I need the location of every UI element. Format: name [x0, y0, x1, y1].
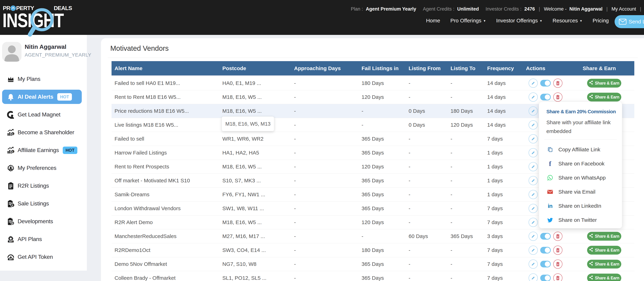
- facebook-icon: f: [546, 160, 554, 168]
- nav-item-pro-offerings[interactable]: Pro Offerings▼: [450, 18, 486, 24]
- edit-button[interactable]: [528, 204, 538, 213]
- chevron-down-icon: ▼: [483, 20, 486, 22]
- active-toggle[interactable]: [540, 261, 551, 268]
- popover-item-share-on-facebook[interactable]: fShare on Facebook: [539, 156, 622, 171]
- sidebar-item-get-lead-magnet[interactable]: Get Lead Magnet: [0, 106, 87, 124]
- envelope-icon: [619, 19, 626, 25]
- sidebar-item-label: Get API Token: [18, 254, 53, 260]
- chart-icon: £: [7, 128, 15, 136]
- nav-item-investor-offerings[interactable]: Investor Offerings▼: [496, 18, 542, 24]
- popover-item-share-on-whatsapp[interactable]: Share on WhatsApp: [539, 171, 622, 185]
- edit-button[interactable]: [528, 246, 538, 255]
- nav-item-pricing[interactable]: Pricing: [592, 18, 609, 24]
- listing-to-cell: 180 Days: [448, 108, 484, 114]
- edit-button[interactable]: [528, 232, 538, 241]
- popover-item-label: Share on Facebook: [558, 161, 604, 167]
- main-nav: HomePro Offerings▼Investor Offerings▼Res…: [426, 18, 609, 24]
- sidebar-item-sale-listings[interactable]: £Sale Listings: [0, 195, 87, 212]
- edit-button[interactable]: [528, 106, 538, 116]
- share-earn-button[interactable]: Share & Earn: [587, 274, 621, 281]
- delete-button[interactable]: [553, 232, 562, 241]
- edit-button[interactable]: [528, 274, 538, 281]
- delete-button[interactable]: [553, 274, 562, 281]
- magnet-icon: [7, 111, 15, 119]
- delete-button[interactable]: [553, 260, 562, 269]
- active-toggle[interactable]: [540, 233, 551, 240]
- approaching-days-cell: -: [291, 80, 358, 86]
- frequency-cell: 1 days: [484, 164, 523, 170]
- sidebar-item-my-preferences[interactable]: My Preferences: [0, 159, 87, 177]
- actions-cell: [523, 260, 580, 269]
- sidebar-item-my-plans[interactable]: My Plans: [0, 70, 87, 88]
- sidebar-item-r2r-listings[interactable]: R2R Listings: [0, 177, 87, 195]
- edit-button[interactable]: [528, 134, 538, 144]
- postcode-cell: S10, S7, MK3 ...: [219, 178, 291, 184]
- edit-button[interactable]: [528, 176, 538, 185]
- sidebar-item-get-api-token[interactable]: APIGet API Token: [0, 248, 87, 266]
- listing-to-cell: -: [448, 136, 484, 142]
- actions-cell: [523, 274, 580, 281]
- listing-to-cell: -: [448, 164, 484, 170]
- listing-from-cell: -: [406, 150, 448, 156]
- nav-item-resources[interactable]: Resources▼: [552, 18, 582, 24]
- alert-name-cell: London Withdrawal Vendors: [112, 206, 219, 212]
- chevron-down-icon: ▼: [580, 20, 582, 22]
- share-earn-cell: Share & Earn: [580, 260, 634, 268]
- active-toggle[interactable]: [540, 80, 551, 86]
- popover-item-copy-affiliate-link[interactable]: Copy Affiliate Link: [539, 142, 622, 156]
- nav-item-home[interactable]: Home: [426, 18, 440, 24]
- sidebar-item-affiliate-earnings[interactable]: £Affiliate EarningsHOT: [0, 141, 87, 159]
- popover-item-share-on-linkedin[interactable]: inShare on LinkedIn: [539, 199, 622, 213]
- fail-listings-cell: 180 Days: [358, 247, 406, 253]
- edit-button[interactable]: [528, 218, 538, 227]
- title-divider: [108, 58, 638, 58]
- table-header-row: Alert NamePostcodeApproaching DaysFail L…: [112, 61, 634, 76]
- listing-from-cell: -: [406, 219, 448, 225]
- share-earn-cell: Share & Earn: [580, 232, 634, 241]
- clipboard-gear-icon: [7, 218, 15, 226]
- sidebar-item-api-plans[interactable]: APIAPI Plans: [0, 230, 87, 248]
- popover-item-share-on-twitter[interactable]: Share on Twitter: [539, 213, 622, 227]
- share-earn-button[interactable]: Share & Earn: [587, 246, 621, 254]
- toggle-knob: [545, 94, 550, 100]
- my-account-link[interactable]: My Account: [612, 6, 636, 12]
- edit-button[interactable]: [528, 120, 538, 130]
- share-earn-button[interactable]: Share & Earn: [587, 79, 621, 88]
- edit-button[interactable]: [528, 92, 538, 102]
- approaching-days-cell: -: [291, 233, 358, 239]
- agent-credits-value: Unlimited: [457, 6, 479, 12]
- gear-user-icon: [7, 164, 15, 172]
- active-toggle[interactable]: [540, 275, 551, 281]
- delete-button[interactable]: [553, 246, 562, 255]
- share-earn-button[interactable]: Share & Earn: [587, 93, 621, 102]
- share-earn-cell: Share & Earn: [580, 274, 634, 281]
- edit-button[interactable]: [528, 148, 538, 157]
- delete-button[interactable]: [553, 92, 562, 102]
- popover-subtitle-line2: embedded: [546, 127, 622, 136]
- listing-from-cell: 0 Days: [406, 108, 448, 114]
- frequency-cell: 7 days: [484, 247, 523, 253]
- edit-button[interactable]: [528, 260, 538, 269]
- listing-from-cell: -: [406, 80, 448, 86]
- column-header-listing-from: Listing From: [406, 61, 448, 76]
- column-header-actions: Actions: [523, 61, 580, 76]
- fail-listings-cell: 365 Days: [358, 261, 406, 267]
- sidebar-item-ai-deal-alerts[interactable]: AI Deal AlertsHOT: [0, 88, 87, 106]
- edit-button[interactable]: [528, 190, 538, 199]
- active-toggle[interactable]: [540, 247, 551, 254]
- edit-button[interactable]: [528, 162, 538, 171]
- share-earn-button[interactable]: Share & Earn: [587, 260, 621, 268]
- logo[interactable]: PR PERTY DEALS INSIGHT: [3, 0, 77, 35]
- share-earn-button[interactable]: Share & Earn: [587, 232, 621, 241]
- chevron-down-icon: ▼: [540, 20, 542, 22]
- popover-item-share-via-email[interactable]: Share via Email: [539, 185, 622, 199]
- agent-credits-label: Agent Credits :: [423, 6, 454, 12]
- send-leads-button[interactable]: Send Lea: [614, 15, 644, 28]
- listing-from-cell: 60 Days: [406, 233, 448, 239]
- sidebar-item-become-a-shareholder[interactable]: £Become a Shareholder: [0, 124, 87, 141]
- edit-button[interactable]: [528, 78, 538, 88]
- active-toggle[interactable]: [540, 94, 551, 100]
- delete-button[interactable]: [553, 78, 562, 88]
- sidebar-item-developments[interactable]: Developments: [0, 212, 87, 230]
- share-icon: [589, 275, 593, 281]
